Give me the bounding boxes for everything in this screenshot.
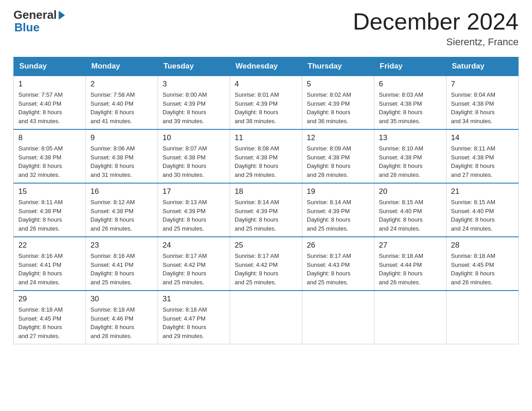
day-number: 15: [18, 187, 81, 196]
day-info: Sunrise: 8:13 AMSunset: 4:39 PMDaylight:…: [163, 198, 225, 233]
day-info: Sunrise: 8:15 AMSunset: 4:40 PMDaylight:…: [379, 198, 442, 233]
title-section: December 2024 Sierentz, France: [353, 9, 519, 48]
day-info: Sunrise: 8:08 AMSunset: 4:38 PMDaylight:…: [235, 144, 297, 179]
day-number: 17: [163, 187, 225, 196]
calendar-day-cell: 20Sunrise: 8:15 AMSunset: 4:40 PMDayligh…: [374, 183, 446, 237]
day-number: 21: [451, 187, 514, 196]
day-info: Sunrise: 8:09 AMSunset: 4:38 PMDaylight:…: [307, 144, 369, 179]
calendar-week-row: 29Sunrise: 8:18 AMSunset: 4:45 PMDayligh…: [14, 291, 519, 344]
calendar-day-cell: 19Sunrise: 8:14 AMSunset: 4:39 PMDayligh…: [302, 183, 374, 237]
calendar-day-cell: 11Sunrise: 8:08 AMSunset: 4:38 PMDayligh…: [230, 129, 302, 183]
calendar-header-sunday: Sunday: [14, 57, 86, 76]
day-info: Sunrise: 8:14 AMSunset: 4:39 PMDaylight:…: [235, 198, 297, 233]
day-number: 6: [379, 80, 442, 89]
day-info: Sunrise: 8:15 AMSunset: 4:40 PMDaylight:…: [451, 198, 514, 233]
day-info: Sunrise: 8:17 AMSunset: 4:42 PMDaylight:…: [235, 252, 297, 287]
day-number: 9: [90, 133, 153, 142]
calendar-day-cell: 6Sunrise: 8:03 AMSunset: 4:38 PMDaylight…: [374, 76, 446, 129]
calendar-day-cell: 15Sunrise: 8:11 AMSunset: 4:38 PMDayligh…: [14, 183, 86, 237]
day-info: Sunrise: 8:11 AMSunset: 4:38 PMDaylight:…: [451, 144, 514, 179]
calendar-header-thursday: Thursday: [302, 57, 374, 76]
calendar-day-cell: [446, 291, 519, 344]
calendar-day-cell: 22Sunrise: 8:16 AMSunset: 4:41 PMDayligh…: [14, 237, 86, 291]
calendar-day-cell: 5Sunrise: 8:02 AMSunset: 4:39 PMDaylight…: [302, 76, 374, 129]
day-info: Sunrise: 8:18 AMSunset: 4:44 PMDaylight:…: [379, 252, 442, 287]
calendar-table: SundayMondayTuesdayWednesdayThursdayFrid…: [13, 57, 519, 344]
day-number: 7: [451, 80, 514, 89]
day-number: 25: [235, 241, 297, 250]
day-number: 11: [235, 133, 297, 142]
calendar-day-cell: 7Sunrise: 8:04 AMSunset: 4:38 PMDaylight…: [446, 76, 519, 129]
day-number: 12: [307, 133, 369, 142]
day-info: Sunrise: 8:16 AMSunset: 4:41 PMDaylight:…: [90, 252, 153, 287]
calendar-header-row: SundayMondayTuesdayWednesdayThursdayFrid…: [14, 57, 519, 76]
calendar-day-cell: 1Sunrise: 7:57 AMSunset: 4:40 PMDaylight…: [14, 76, 86, 129]
location: Sierentz, France: [353, 36, 519, 48]
calendar-day-cell: 29Sunrise: 8:18 AMSunset: 4:45 PMDayligh…: [14, 291, 86, 344]
calendar-header-tuesday: Tuesday: [158, 57, 230, 76]
calendar-header-saturday: Saturday: [446, 57, 519, 76]
day-number: 5: [307, 80, 369, 89]
calendar-day-cell: [230, 291, 302, 344]
day-number: 27: [379, 241, 442, 250]
day-number: 22: [18, 241, 81, 250]
day-number: 1: [18, 80, 81, 89]
day-info: Sunrise: 8:17 AMSunset: 4:42 PMDaylight:…: [163, 252, 225, 287]
day-number: 2: [90, 80, 153, 89]
calendar-week-row: 8Sunrise: 8:05 AMSunset: 4:38 PMDaylight…: [14, 129, 519, 183]
day-number: 14: [451, 133, 514, 142]
calendar-day-cell: 26Sunrise: 8:17 AMSunset: 4:43 PMDayligh…: [302, 237, 374, 291]
day-info: Sunrise: 8:07 AMSunset: 4:38 PMDaylight:…: [163, 144, 225, 179]
day-number: 16: [90, 187, 153, 196]
calendar-day-cell: 13Sunrise: 8:10 AMSunset: 4:38 PMDayligh…: [374, 129, 446, 183]
calendar-day-cell: 27Sunrise: 8:18 AMSunset: 4:44 PMDayligh…: [374, 237, 446, 291]
calendar-day-cell: 25Sunrise: 8:17 AMSunset: 4:42 PMDayligh…: [230, 237, 302, 291]
calendar-day-cell: 16Sunrise: 8:12 AMSunset: 4:38 PMDayligh…: [86, 183, 158, 237]
calendar-day-cell: 28Sunrise: 8:18 AMSunset: 4:45 PMDayligh…: [446, 237, 519, 291]
day-number: 3: [163, 80, 225, 89]
day-number: 18: [235, 187, 297, 196]
day-number: 19: [307, 187, 369, 196]
day-number: 28: [451, 241, 514, 250]
day-number: 20: [379, 187, 442, 196]
day-info: Sunrise: 8:18 AMSunset: 4:45 PMDaylight:…: [18, 305, 81, 340]
calendar-day-cell: 23Sunrise: 8:16 AMSunset: 4:41 PMDayligh…: [86, 237, 158, 291]
day-info: Sunrise: 8:03 AMSunset: 4:38 PMDaylight:…: [379, 90, 442, 125]
day-number: 13: [379, 133, 442, 142]
day-info: Sunrise: 8:18 AMSunset: 4:45 PMDaylight:…: [451, 252, 514, 287]
day-info: Sunrise: 8:10 AMSunset: 4:38 PMDaylight:…: [379, 144, 442, 179]
calendar-day-cell: 8Sunrise: 8:05 AMSunset: 4:38 PMDaylight…: [14, 129, 86, 183]
day-info: Sunrise: 8:18 AMSunset: 4:46 PMDaylight:…: [90, 305, 153, 340]
calendar-header-monday: Monday: [86, 57, 158, 76]
month-title: December 2024: [353, 9, 519, 34]
day-info: Sunrise: 8:05 AMSunset: 4:38 PMDaylight:…: [18, 144, 81, 179]
day-number: 4: [235, 80, 297, 89]
calendar-day-cell: 9Sunrise: 8:06 AMSunset: 4:38 PMDaylight…: [86, 129, 158, 183]
calendar-week-row: 22Sunrise: 8:16 AMSunset: 4:41 PMDayligh…: [14, 237, 519, 291]
day-number: 8: [18, 133, 81, 142]
logo-arrow-icon: [59, 11, 65, 20]
day-number: 26: [307, 241, 369, 250]
calendar-day-cell: 31Sunrise: 8:18 AMSunset: 4:47 PMDayligh…: [158, 291, 230, 344]
day-info: Sunrise: 8:17 AMSunset: 4:43 PMDaylight:…: [307, 252, 369, 287]
day-info: Sunrise: 8:01 AMSunset: 4:39 PMDaylight:…: [235, 90, 297, 125]
calendar-day-cell: 14Sunrise: 8:11 AMSunset: 4:38 PMDayligh…: [446, 129, 519, 183]
day-number: 24: [163, 241, 225, 250]
calendar-header-wednesday: Wednesday: [230, 57, 302, 76]
logo-text-blue: Blue: [14, 21, 65, 34]
page-header: General Blue December 2024 Sierentz, Fra…: [13, 9, 519, 48]
calendar-week-row: 15Sunrise: 8:11 AMSunset: 4:38 PMDayligh…: [14, 183, 519, 237]
day-info: Sunrise: 8:18 AMSunset: 4:47 PMDaylight:…: [163, 305, 225, 340]
day-number: 29: [18, 295, 81, 304]
day-number: 23: [90, 241, 153, 250]
calendar-day-cell: 2Sunrise: 7:58 AMSunset: 4:40 PMDaylight…: [86, 76, 158, 129]
day-info: Sunrise: 8:02 AMSunset: 4:39 PMDaylight:…: [307, 90, 369, 125]
day-info: Sunrise: 7:57 AMSunset: 4:40 PMDaylight:…: [18, 90, 81, 125]
calendar-day-cell: 17Sunrise: 8:13 AMSunset: 4:39 PMDayligh…: [158, 183, 230, 237]
calendar-day-cell: [374, 291, 446, 344]
calendar-week-row: 1Sunrise: 7:57 AMSunset: 4:40 PMDaylight…: [14, 76, 519, 129]
day-info: Sunrise: 7:58 AMSunset: 4:40 PMDaylight:…: [90, 90, 153, 125]
calendar-header-friday: Friday: [374, 57, 446, 76]
day-info: Sunrise: 8:04 AMSunset: 4:38 PMDaylight:…: [451, 90, 514, 125]
day-info: Sunrise: 8:00 AMSunset: 4:39 PMDaylight:…: [163, 90, 225, 125]
